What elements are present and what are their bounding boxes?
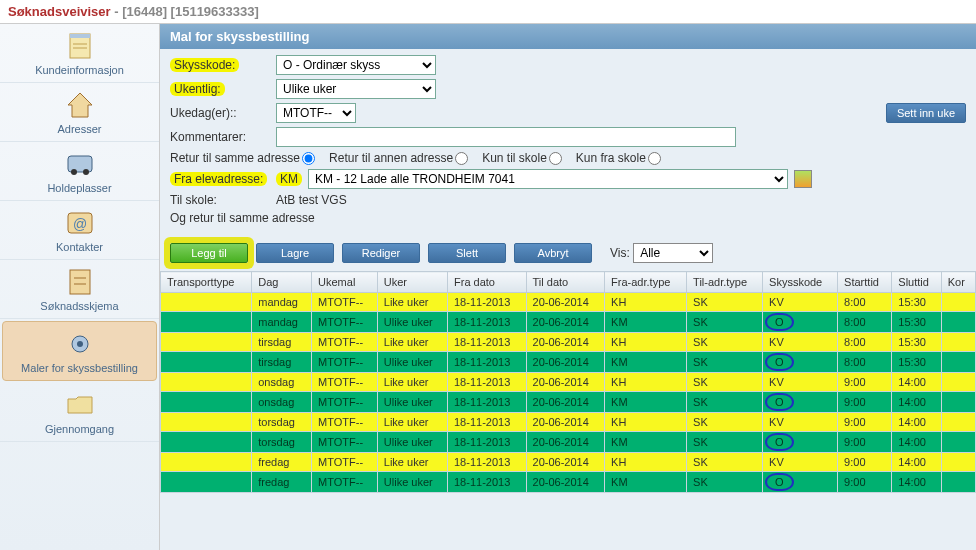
column-header[interactable]: Transporttype (161, 272, 252, 293)
ukentlig-select[interactable]: Ulike uker (276, 79, 436, 99)
sidebar-item-adresser[interactable]: Adresser (0, 83, 159, 142)
table-cell (941, 432, 975, 453)
table-cell: onsdag (252, 392, 312, 413)
table-cell: SK (687, 373, 763, 392)
table-cell: O (763, 472, 838, 493)
table-cell: 9:00 (838, 472, 892, 493)
column-header[interactable]: Dag (252, 272, 312, 293)
table-row[interactable]: mandagMTOTF--Like uker18-11-201320-06-20… (161, 293, 976, 312)
avbryt-button[interactable]: Avbryt (514, 243, 592, 263)
table-cell: 14:00 (892, 432, 941, 453)
rediger-button[interactable]: Rediger (342, 243, 420, 263)
table-cell: KM (605, 352, 687, 373)
table-cell (161, 432, 252, 453)
sidebar-item-kundeinformasjon[interactable]: Kundeinformasjon (0, 24, 159, 83)
table-cell: MTOTF-- (312, 352, 378, 373)
form-area: Skysskode: O - Ordinær skyss Ukentlig: U… (160, 49, 976, 235)
table-cell: 20-06-2014 (526, 312, 605, 333)
table-cell: fredag (252, 472, 312, 493)
table-cell (941, 293, 975, 312)
table-row[interactable]: tirsdagMTOTF--Like uker18-11-201320-06-2… (161, 333, 976, 352)
circle-annotation: O (765, 393, 794, 411)
radio-retur-annen[interactable] (455, 152, 468, 165)
table-cell: 18-11-2013 (448, 293, 527, 312)
table-cell (941, 373, 975, 392)
table-cell: KH (605, 333, 687, 352)
sidebar: Kundeinformasjon Adresser Holdeplasser @… (0, 24, 160, 550)
table-cell: KH (605, 373, 687, 392)
table-cell: KM (605, 432, 687, 453)
table-cell: 20-06-2014 (526, 472, 605, 493)
legg-til-button[interactable]: Legg til (170, 243, 248, 263)
sidebar-item-soknadsskjema[interactable]: Søknadsskjema (0, 260, 159, 319)
svg-rect-10 (70, 270, 90, 294)
vis-select[interactable]: Alle (633, 243, 713, 263)
radio-retur-samme[interactable] (302, 152, 315, 165)
table-cell: onsdag (252, 373, 312, 392)
table-cell: 14:00 (892, 392, 941, 413)
column-header[interactable]: Starttid (838, 272, 892, 293)
table-row[interactable]: fredagMTOTF--Ulike uker18-11-201320-06-2… (161, 472, 976, 493)
radio-kun-fra-skole[interactable] (648, 152, 661, 165)
column-header[interactable]: Fra-adr.type (605, 272, 687, 293)
table-cell: SK (687, 453, 763, 472)
table-cell: MTOTF-- (312, 392, 378, 413)
table-cell: 9:00 (838, 413, 892, 432)
table-cell: MTOTF-- (312, 472, 378, 493)
radio-kun-til-skole[interactable] (549, 152, 562, 165)
radio-retur-annen-label: Retur til annen adresse (329, 151, 468, 165)
table-cell: 18-11-2013 (448, 373, 527, 392)
table-cell: 20-06-2014 (526, 392, 605, 413)
table-row[interactable]: mandagMTOTF--Ulike uker18-11-201320-06-2… (161, 312, 976, 333)
svg-text:@: @ (72, 216, 86, 232)
table-cell: KH (605, 293, 687, 312)
sidebar-item-holdeplasser[interactable]: Holdeplasser (0, 142, 159, 201)
fra-elev-select[interactable]: KM - 12 Lade alle TRONDHEIM 7041 (308, 169, 788, 189)
table-cell: KH (605, 453, 687, 472)
table-row[interactable]: torsdagMTOTF--Ulike uker18-11-201320-06-… (161, 432, 976, 453)
column-header[interactable]: Til-adr.type (687, 272, 763, 293)
table-cell: mandag (252, 293, 312, 312)
slett-button[interactable]: Slett (428, 243, 506, 263)
table-cell: Ulike uker (377, 392, 447, 413)
header-ids: - [16448] [15119633333] (114, 4, 259, 19)
column-header[interactable]: Til dato (526, 272, 605, 293)
fra-elev-prefix: KM (276, 172, 302, 186)
column-header[interactable]: Skysskode (763, 272, 838, 293)
column-header[interactable]: Ukemal (312, 272, 378, 293)
table-cell: Ulike uker (377, 352, 447, 373)
table-cell: SK (687, 352, 763, 373)
table-row[interactable]: fredagMTOTF--Like uker18-11-201320-06-20… (161, 453, 976, 472)
kommentarer-input[interactable] (276, 127, 736, 147)
sidebar-item-label: Kundeinformasjon (35, 64, 124, 76)
sidebar-item-maler-skyssbestilling[interactable]: Maler for skyssbestilling (2, 321, 157, 381)
map-icon[interactable] (794, 170, 812, 188)
sidebar-item-gjennomgang[interactable]: Gjennomgang (0, 383, 159, 442)
table-cell: MTOTF-- (312, 293, 378, 312)
column-header[interactable]: Fra dato (448, 272, 527, 293)
lagre-button[interactable]: Lagre (256, 243, 334, 263)
radio-kun-til-skole-label: Kun til skole (482, 151, 562, 165)
table-cell: 18-11-2013 (448, 453, 527, 472)
table-row[interactable]: onsdagMTOTF--Ulike uker18-11-201320-06-2… (161, 392, 976, 413)
table-row[interactable]: tirsdagMTOTF--Ulike uker18-11-201320-06-… (161, 352, 976, 373)
table-cell (161, 333, 252, 352)
column-header[interactable]: Sluttid (892, 272, 941, 293)
gear-icon (64, 328, 96, 360)
kommentarer-label: Kommentarer: (170, 130, 270, 144)
svg-rect-1 (70, 34, 90, 38)
table-row[interactable]: onsdagMTOTF--Like uker18-11-201320-06-20… (161, 373, 976, 392)
skysskode-select[interactable]: O - Ordinær skyss (276, 55, 436, 75)
column-header[interactable]: Kor (941, 272, 975, 293)
skysskode-label: Skysskode: (170, 58, 270, 72)
table-cell: fredag (252, 453, 312, 472)
table-cell: 18-11-2013 (448, 352, 527, 373)
table-cell (941, 392, 975, 413)
og-retur-text: Og retur til samme adresse (170, 211, 315, 225)
table-row[interactable]: torsdagMTOTF--Like uker18-11-201320-06-2… (161, 413, 976, 432)
column-header[interactable]: Uker (377, 272, 447, 293)
ukedager-select[interactable]: MTOTF-- (276, 103, 356, 123)
sett-inn-uke-button[interactable]: Sett inn uke (886, 103, 966, 123)
svg-marker-4 (68, 93, 92, 117)
sidebar-item-kontakter[interactable]: @ Kontakter (0, 201, 159, 260)
